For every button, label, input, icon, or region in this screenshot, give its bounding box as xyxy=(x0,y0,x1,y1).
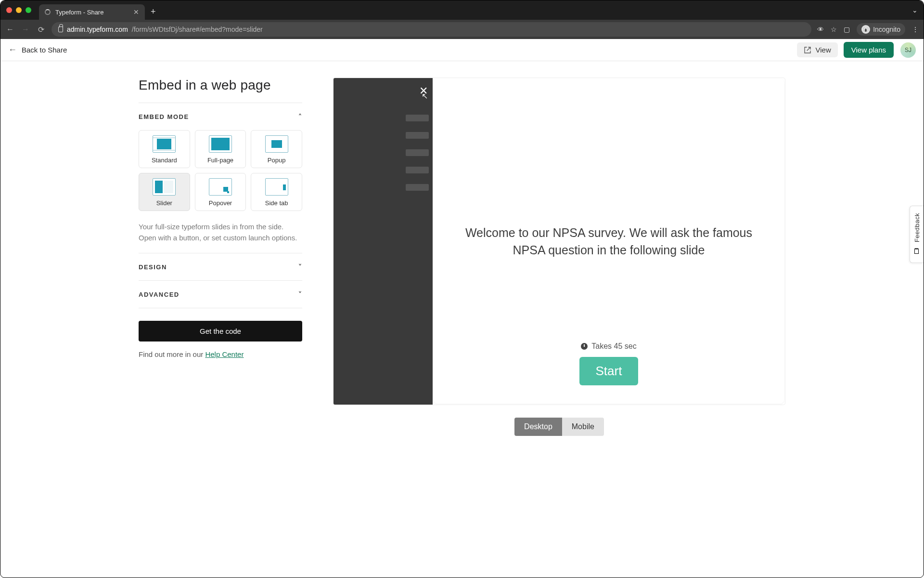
duration-label: Takes 45 sec xyxy=(581,342,636,351)
incognito-label: Incognito xyxy=(873,26,900,33)
browser-tab[interactable]: Typeform - Share ✕ xyxy=(39,4,145,20)
view-plans-button[interactable]: View plans xyxy=(844,42,894,58)
close-window-icon[interactable] xyxy=(6,7,12,13)
embed-settings-panel: Embed in a web page EMBED MODE ˄ Standar… xyxy=(139,78,302,578)
welcome-text: Welcome to our NPSA survey. We will ask … xyxy=(460,224,758,259)
minimize-window-icon[interactable] xyxy=(16,7,22,13)
url-field[interactable]: admin.typeform.com/form/sWDtsfDj/share#/… xyxy=(51,22,811,37)
mode-label: Slider xyxy=(156,199,172,207)
window-controls[interactable] xyxy=(6,7,31,13)
section-label: DESIGN xyxy=(139,263,167,271)
chevron-down-icon: ˅ xyxy=(298,263,303,271)
mode-popover[interactable]: Popover xyxy=(195,173,246,211)
cursor-icon: ↖ xyxy=(422,92,428,101)
back-icon[interactable]: ← xyxy=(5,25,15,34)
incognito-icon xyxy=(861,25,870,34)
browser-chrome: Typeform - Share ✕ + ⌄ ← → ⟳ admin.typef… xyxy=(0,0,924,39)
takes-text: Takes 45 sec xyxy=(591,342,636,351)
external-link-icon xyxy=(804,46,811,54)
new-tab-button[interactable]: + xyxy=(151,7,156,17)
section-embed-mode[interactable]: EMBED MODE ˄ xyxy=(139,113,302,120)
preview-backdrop: ✕ ↖ xyxy=(334,78,433,405)
start-label: Start xyxy=(596,364,622,378)
feedback-label: Feedback xyxy=(913,213,921,242)
divider xyxy=(139,253,302,253)
embed-mode-grid: Standard Full-page Popup Slider Popover xyxy=(139,130,302,211)
mode-label: Popup xyxy=(268,157,286,164)
maximize-window-icon[interactable] xyxy=(26,7,31,13)
mode-label: Popover xyxy=(209,199,232,207)
mode-slider[interactable]: Slider xyxy=(139,173,190,211)
arrow-left-icon: ← xyxy=(8,45,17,55)
mode-slider-thumb-icon xyxy=(153,178,176,196)
view-button[interactable]: View xyxy=(797,42,837,57)
tab-title: Typeform - Share xyxy=(55,9,103,16)
clock-icon xyxy=(581,343,588,350)
mode-popup[interactable]: Popup xyxy=(251,130,302,168)
mode-description: Your full-size typeform slides in from t… xyxy=(139,222,302,243)
chevron-up-icon: ˄ xyxy=(298,113,303,120)
eye-off-icon[interactable]: 👁︎ xyxy=(817,26,824,33)
start-button[interactable]: Start xyxy=(579,357,639,385)
mode-fullpage-thumb-icon xyxy=(209,135,232,153)
back-to-share-link[interactable]: ← Back to Share xyxy=(8,45,67,55)
mode-label: Full-page xyxy=(207,157,233,164)
get-the-code-button[interactable]: Get the code xyxy=(139,321,302,342)
help-line: Find out more in our Help Center xyxy=(139,350,302,358)
mode-label: Standard xyxy=(152,157,177,164)
device-mobile-button[interactable]: Mobile xyxy=(562,418,604,436)
divider xyxy=(139,308,302,308)
feedback-tab[interactable]: Feedback 🗒 xyxy=(910,206,924,263)
star-icon[interactable]: ☆ xyxy=(831,26,837,33)
note-icon: 🗒 xyxy=(913,247,921,256)
device-desktop-button[interactable]: Desktop xyxy=(514,418,562,436)
help-center-link[interactable]: Help Center xyxy=(205,350,244,358)
mode-standard[interactable]: Standard xyxy=(139,130,190,168)
lock-icon xyxy=(58,26,63,32)
chevron-down-icon[interactable]: ⌄ xyxy=(912,6,918,14)
section-label: ADVANCED xyxy=(139,291,180,298)
tab-close-icon[interactable]: ✕ xyxy=(133,9,139,15)
typeform-slide-panel: Welcome to our NPSA survey. We will ask … xyxy=(434,79,784,404)
avatar[interactable]: SJ xyxy=(900,42,916,58)
placeholder-lines xyxy=(406,115,429,191)
help-prefix: Find out more in our xyxy=(139,350,205,358)
content: Embed in a web page EMBED MODE ˄ Standar… xyxy=(0,61,924,578)
panel-icon[interactable]: ▢ xyxy=(844,26,850,33)
kebab-menu-icon[interactable]: ⋮ xyxy=(912,26,919,33)
section-advanced[interactable]: ADVANCED ˅ xyxy=(139,290,302,298)
chevron-down-icon: ˅ xyxy=(298,290,303,298)
mode-sidetab-thumb-icon xyxy=(265,178,288,196)
url-host: admin.typeform.com xyxy=(67,26,128,33)
incognito-badge[interactable]: Incognito xyxy=(857,23,905,36)
section-design[interactable]: DESIGN ˅ xyxy=(139,263,302,271)
loading-spinner-icon xyxy=(45,9,51,15)
page-title: Embed in a web page xyxy=(139,78,302,93)
mode-fullpage[interactable]: Full-page xyxy=(195,130,246,168)
mode-popup-thumb-icon xyxy=(265,135,288,153)
forward-icon[interactable]: → xyxy=(21,25,30,34)
tab-strip: Typeform - Share ✕ + ⌄ xyxy=(0,0,924,20)
avatar-initials: SJ xyxy=(905,47,911,53)
app-bar: ← Back to Share View View plans SJ xyxy=(0,39,924,61)
preview: ✕ ↖ Welcome to our NPSA survey. We will … xyxy=(333,78,785,578)
plans-label: View plans xyxy=(851,46,886,54)
device-toggle: Desktop Mobile xyxy=(514,418,604,436)
section-label: EMBED MODE xyxy=(139,113,189,120)
preview-stage: ✕ ↖ Welcome to our NPSA survey. We will … xyxy=(333,78,785,405)
divider xyxy=(139,103,302,103)
back-label: Back to Share xyxy=(22,46,67,54)
address-bar: ← → ⟳ admin.typeform.com/form/sWDtsfDj/s… xyxy=(0,20,924,39)
mode-label: Side tab xyxy=(265,199,288,207)
mode-popover-thumb-icon xyxy=(209,178,232,196)
view-label: View xyxy=(815,46,831,54)
get-code-label: Get the code xyxy=(200,327,241,335)
reload-icon[interactable]: ⟳ xyxy=(36,25,46,34)
url-path: /form/sWDtsfDj/share#/embed?mode=slider xyxy=(132,26,263,33)
mode-standard-thumb-icon xyxy=(153,135,176,153)
mode-sidetab[interactable]: Side tab xyxy=(251,173,302,211)
divider xyxy=(139,280,302,281)
